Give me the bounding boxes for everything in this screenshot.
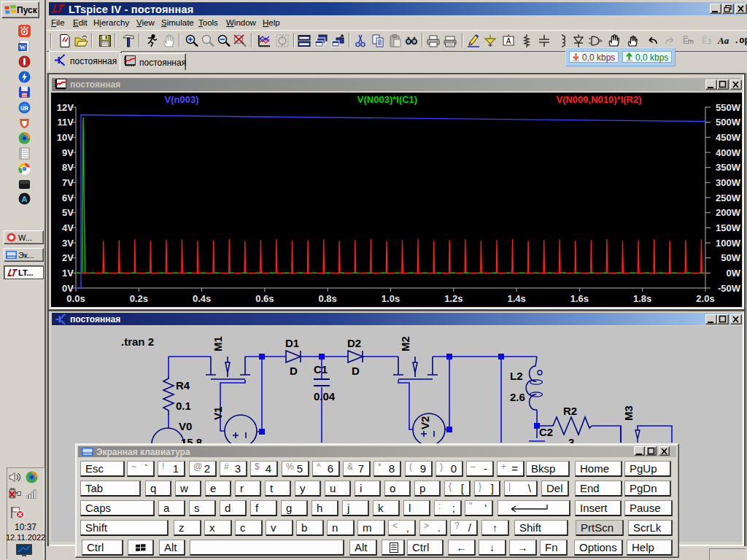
svg-text:0V: 0V [62, 283, 74, 294]
svg-text:V(N003)*I(C1): V(N003)*I(C1) [357, 94, 417, 105]
svg-text:V(N009,N010)*I(R2): V(N009,N010)*I(R2) [556, 94, 641, 105]
svg-text:-50W: -50W [718, 283, 741, 294]
svg-text:2V: 2V [62, 252, 74, 263]
svg-text:150W: 150W [716, 222, 741, 233]
svg-text:0.6s: 0.6s [255, 293, 274, 304]
svg-text:.tran 2: .tran 2 [121, 335, 154, 348]
svg-text:A: A [22, 195, 28, 203]
svg-text:L2: L2 [510, 370, 523, 382]
svg-text:R4: R4 [176, 379, 190, 392]
svg-text:0.0s: 0.0s [66, 293, 85, 304]
svg-text:1.6s: 1.6s [570, 293, 589, 304]
svg-text:450W: 450W [716, 132, 741, 143]
svg-text:0.2s: 0.2s [130, 293, 148, 304]
svg-text:1V: 1V [62, 268, 74, 279]
svg-text:.op: .op [734, 36, 747, 46]
svg-text:2.6: 2.6 [510, 391, 525, 403]
svg-text:V(n003): V(n003) [165, 94, 199, 105]
svg-text:0.04: 0.04 [314, 390, 336, 402]
svg-text:12V: 12V [57, 102, 74, 113]
svg-text:E: E [702, 36, 707, 45]
svg-text:R2: R2 [563, 405, 577, 417]
svg-text:1.0s: 1.0s [382, 293, 400, 304]
svg-text:350W: 350W [716, 162, 741, 173]
svg-text:1.4s: 1.4s [507, 293, 525, 304]
svg-text:6V: 6V [62, 192, 74, 203]
svg-text:D: D [352, 365, 360, 377]
svg-text:UR: UR [20, 105, 28, 112]
svg-text:250W: 250W [716, 192, 741, 203]
svg-text:300W: 300W [716, 177, 741, 188]
svg-text:50W: 50W [721, 252, 740, 263]
svg-text:1.8s: 1.8s [633, 293, 651, 304]
svg-text:11V: 11V [58, 117, 74, 128]
svg-text:100W: 100W [716, 238, 741, 249]
svg-text:0.4s: 0.4s [193, 293, 211, 304]
svg-text:D1: D1 [285, 337, 299, 349]
svg-text:8V: 8V [62, 162, 74, 173]
svg-text:M2: M2 [399, 336, 411, 351]
svg-text:9V: 9V [62, 147, 74, 158]
svg-text:M3: M3 [622, 405, 635, 421]
svg-text:400W: 400W [716, 147, 741, 158]
svg-text:550W: 550W [716, 102, 741, 113]
svg-text:C1: C1 [314, 363, 328, 376]
svg-text:1.2s: 1.2s [444, 293, 462, 304]
svg-text:M1: M1 [212, 336, 224, 351]
svg-text:4V: 4V [62, 222, 74, 233]
svg-text:0.1: 0.1 [176, 400, 191, 412]
svg-text:3V: 3V [62, 238, 74, 249]
svg-text:E: E [683, 36, 688, 45]
svg-text:Aa: Aa [717, 35, 729, 46]
svg-text:A: A [506, 37, 511, 45]
svg-text:V1: V1 [212, 407, 224, 420]
svg-text:7V: 7V [62, 177, 74, 188]
svg-text:5V: 5V [62, 207, 74, 218]
svg-text:10V: 10V [57, 132, 74, 143]
svg-text:C2: C2 [539, 426, 553, 438]
svg-text:D2: D2 [347, 337, 361, 349]
svg-text:200W: 200W [716, 207, 741, 218]
svg-text:2.0s: 2.0s [696, 293, 714, 304]
svg-text:V2: V2 [419, 416, 431, 429]
svg-text:D: D [290, 365, 298, 377]
svg-text:500W: 500W [716, 117, 741, 128]
svg-text:0W: 0W [727, 268, 741, 279]
svg-text:0.8s: 0.8s [319, 293, 337, 304]
svg-text:V0: V0 [179, 420, 192, 432]
svg-text:W: W [20, 44, 26, 51]
